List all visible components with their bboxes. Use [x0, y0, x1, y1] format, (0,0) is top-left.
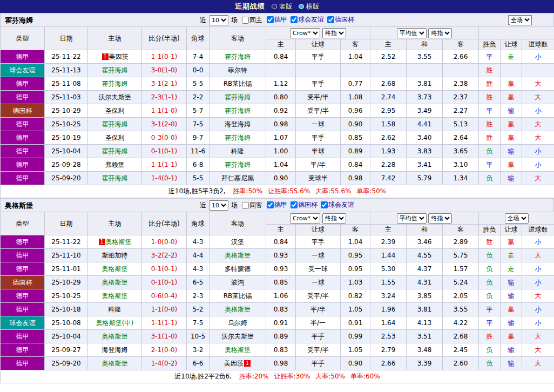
league-filter[interactable]: 德甲	[267, 200, 287, 209]
league-checkbox[interactable]	[290, 16, 298, 23]
home-team-name[interactable]: 斯图加特	[102, 252, 128, 259]
home-team-name[interactable]: 霍芬海姆	[102, 147, 128, 155]
bookmaker-select[interactable]: Crow*	[290, 28, 320, 38]
away-team-name[interactable]: 海登海姆	[225, 120, 251, 128]
layout-horizontal-option[interactable]: 横版	[299, 2, 319, 11]
match-row: 德甲 25-09-20 奥格斯堡 1-4(0-2) 6-6 美因茨1 0.98 …	[1, 357, 554, 370]
away-team-cell: 奥格斯堡	[210, 303, 266, 316]
away-team-name[interactable]: 多特蒙德	[225, 265, 251, 273]
league-filter[interactable]: 德国杯	[327, 15, 354, 24]
ah-away-odds: 1.04	[341, 50, 370, 64]
home-team-name[interactable]: 奥格斯堡	[106, 238, 132, 246]
team-section: 霍芬海姆 近 10 场 同主 德甲球会友谊德国杯 全场	[0, 13, 554, 198]
league-label: 球会友谊	[298, 15, 324, 24]
summary-stat: 胜率:20%	[239, 373, 269, 380]
ah-home-odds: 0.98	[266, 357, 296, 370]
away-team-name[interactable]: 奥格斯堡	[225, 346, 251, 354]
euro-odds-source-select[interactable]: 平均值	[397, 213, 427, 224]
home-team-name[interactable]: 奥格斯堡	[102, 333, 128, 340]
home-team-name[interactable]: 圣保利	[105, 134, 125, 141]
layout-vertical-option[interactable]: 竖版	[272, 2, 292, 11]
match-type-cell: 德甲	[1, 289, 45, 303]
same-venue-filter[interactable]: 同主	[242, 16, 262, 25]
away-team-name[interactable]: 拜仁慕尼黑	[221, 174, 254, 182]
col-result: 胜负	[479, 225, 501, 235]
away-team-name[interactable]: 奥格斯堡	[225, 252, 251, 259]
match-type-cell: 德甲	[1, 131, 45, 145]
team-name[interactable]: 霍芬海姆	[5, 13, 33, 27]
eu-away-odds: 2.66	[443, 50, 479, 64]
away-team-name[interactable]: 霍芬海姆	[225, 107, 251, 114]
away-team-name[interactable]: RB莱比锡	[224, 80, 252, 87]
euro-odds-time-select[interactable]: 终指	[428, 28, 452, 38]
away-team-name[interactable]: 汉堡	[231, 238, 244, 246]
handicap-result-cell: 走	[501, 50, 522, 64]
home-team-name[interactable]: 科隆	[109, 306, 121, 313]
away-team-name[interactable]: 菲尔特	[228, 66, 247, 74]
away-team-name[interactable]: 霍芬海姆	[225, 134, 251, 141]
fullmatch-select[interactable]: 全场	[505, 213, 529, 224]
away-team-name[interactable]: 美因茨	[224, 360, 244, 367]
home-team-name[interactable]: 奥格斯堡	[102, 265, 128, 273]
recent-count-select[interactable]: 10	[209, 15, 228, 25]
league-checkbox[interactable]	[290, 201, 298, 208]
away-team-name[interactable]: 奥格斯堡	[225, 306, 251, 313]
home-team-name[interactable]: 奥格斯堡	[102, 360, 128, 367]
same-venue-filter[interactable]: 同客	[242, 201, 262, 210]
team-name[interactable]: 奥格斯堡	[5, 199, 33, 212]
match-date: 25-09-20	[45, 357, 88, 370]
asian-odds-time-select[interactable]: 终指	[322, 28, 346, 38]
home-team-name[interactable]: 奥格斯堡	[102, 279, 128, 286]
corners-cell: 5-2	[187, 303, 210, 316]
match-type-cell: 球会友谊	[1, 64, 45, 77]
fullmatch-select[interactable]: 全场	[508, 15, 532, 25]
away-team-name[interactable]: 波鸿	[231, 279, 244, 286]
home-team-name[interactable]: 奥格斯堡(中)	[96, 319, 133, 327]
match-row: 德甲 25-10-19 圣保利 0-3(0-0) 9-7 霍芬海姆 1.07 平…	[1, 131, 554, 145]
col-home: 主场	[88, 27, 142, 50]
home-team-name[interactable]: 霍芬海姆	[102, 80, 128, 87]
match-type-cell: 德甲	[1, 77, 45, 91]
bookmaker-select[interactable]: Crow*	[290, 213, 320, 224]
home-team-name[interactable]: 沃尔夫斯堡	[99, 93, 131, 101]
away-team-name[interactable]: 霍芬海姆	[225, 53, 251, 60]
recent-count-select[interactable]: 10	[209, 200, 228, 211]
league-checkbox[interactable]	[321, 201, 328, 208]
eu-draw-odds: 3.73	[407, 91, 443, 104]
ah-away-odds: 1.04	[341, 235, 370, 249]
away-team-name[interactable]: 霍芬海姆	[225, 93, 251, 101]
col-ah-line: 让球	[296, 225, 341, 235]
league-checkbox[interactable]	[327, 16, 334, 23]
euro-odds-time-select[interactable]: 终指	[428, 213, 452, 224]
col-type: 类型	[1, 212, 45, 235]
home-team-name[interactable]: 奥格斯堡	[102, 292, 128, 300]
league-checkbox[interactable]	[267, 16, 274, 23]
home-team-name[interactable]: 霍芬海姆	[102, 174, 128, 182]
away-team-name[interactable]: RB莱比锡	[224, 292, 252, 300]
same-venue-checkbox[interactable]	[242, 17, 249, 24]
asian-odds-time-select[interactable]: 终指	[322, 213, 346, 224]
league-filter[interactable]: 球会友谊	[290, 15, 324, 24]
euro-odds-source-select[interactable]: 平均值	[397, 28, 427, 38]
home-team-name[interactable]: 霍芬海姆	[102, 120, 128, 128]
home-team-name[interactable]: 圣保利	[105, 107, 125, 114]
goals-result-cell: 小	[522, 235, 554, 249]
away-team-name[interactable]: 霍芬海姆	[225, 161, 251, 168]
eu-home-odds: 2.39	[370, 235, 407, 249]
home-team-name[interactable]: 霍芬海姆	[102, 66, 128, 74]
league-filter[interactable]: 球会友谊	[321, 200, 354, 209]
away-team-name[interactable]: 乌尔姆	[228, 319, 247, 327]
home-team-name[interactable]: 弗赖堡	[105, 161, 125, 168]
home-team-cell: 霍芬海姆	[88, 64, 142, 77]
result-cell: 负	[479, 289, 501, 303]
match-type-cell: 德甲	[1, 235, 45, 249]
home-team-name[interactable]: 美因茨	[109, 53, 129, 60]
away-team-name[interactable]: 科隆	[231, 147, 244, 155]
league-checkbox[interactable]	[267, 201, 274, 208]
league-filter[interactable]: 德国杯	[290, 200, 317, 209]
home-team-name[interactable]: 海登海姆	[102, 346, 128, 354]
away-team-name[interactable]: 沃尔夫斯堡	[221, 333, 254, 340]
league-filter[interactable]: 德甲	[267, 15, 287, 24]
same-venue-checkbox[interactable]	[242, 202, 249, 209]
goals-result-cell: 小	[522, 50, 554, 64]
